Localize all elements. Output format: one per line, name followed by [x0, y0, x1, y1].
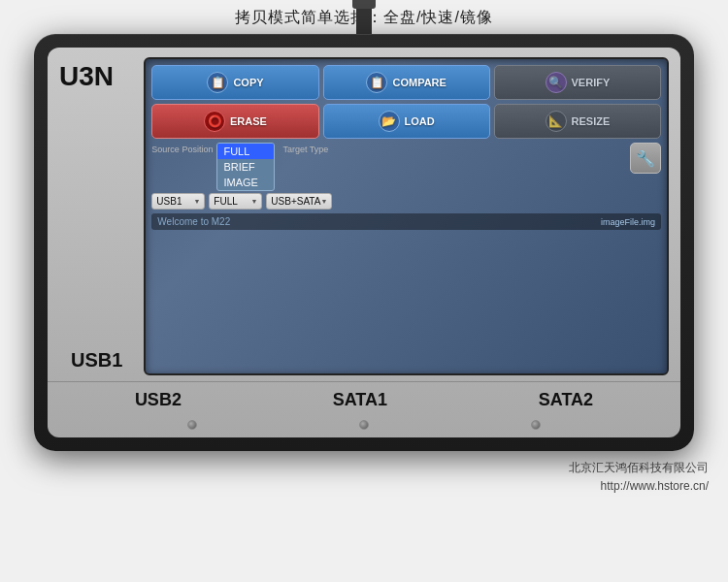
mode-image[interactable]: IMAGE — [217, 175, 274, 190]
sata1-label: SATA1 — [333, 390, 387, 410]
selects-row: USB1 FULL USB+SATA — [151, 193, 626, 210]
usb1-side-label: USB1 — [59, 349, 134, 375]
resize-icon: 📐 — [546, 111, 567, 132]
device-shell: U3N USB1 📋 COPY 📋 COMPARE — [34, 34, 694, 451]
copy-mode-list[interactable]: FULL BRIEF IMAGE — [216, 143, 275, 191]
mode-full[interactable]: FULL — [217, 144, 274, 159]
target-type-label: Target Type — [282, 143, 328, 154]
sata2-label: SATA2 — [539, 390, 593, 410]
website-url: http://www.hstore.cn/ — [0, 477, 709, 496]
bottom-screw-left — [187, 420, 197, 430]
copy-icon: 📋 — [207, 72, 228, 93]
bottom-caption: 北京汇天鸿佰科技有限公司 http://www.hstore.cn/ — [0, 451, 728, 500]
bottom-screw-right — [531, 420, 541, 430]
resize-label: RESIZE — [572, 115, 611, 127]
load-button[interactable]: 📂 LOAD — [323, 104, 490, 139]
verify-button[interactable]: 🔍 VERIFY — [494, 65, 661, 100]
bottom-port-labels: USB2 SATA1 SATA2 — [48, 381, 680, 420]
source-select[interactable]: USB1 — [151, 193, 205, 210]
settings-button[interactable]: 🔧 — [630, 143, 661, 174]
device-panel: U3N USB1 📋 COPY 📋 COMPARE — [48, 48, 680, 437]
copy-label: COPY — [233, 77, 263, 88]
source-position-label: Source Position — [151, 143, 213, 154]
options-row: Source Position FULL BRIEF IMAGE Target … — [151, 143, 661, 210]
status-bar: Welcome to M22 imageFile.img — [151, 213, 661, 230]
button-row-2: ⭕ ERASE 📂 LOAD 📐 RESIZE — [151, 104, 661, 139]
erase-button[interactable]: ⭕ ERASE — [151, 104, 318, 139]
bottom-screws-row — [48, 420, 680, 437]
bottom-screw-center — [359, 420, 369, 430]
image-file-text: imageFile.img — [601, 217, 655, 227]
usb2-label: USB2 — [135, 390, 182, 410]
verify-icon: 🔍 — [546, 72, 567, 93]
load-icon: 📂 — [379, 111, 400, 132]
lcd-screen: 📋 COPY 📋 COMPARE 🔍 VERIFY — [144, 57, 669, 375]
load-label: LOAD — [405, 115, 435, 127]
resize-button[interactable]: 📐 RESIZE — [494, 104, 661, 139]
verify-label: VERIFY — [572, 77, 611, 88]
mode-brief[interactable]: BRIEF — [217, 159, 274, 175]
compare-label: COMPARE — [392, 77, 446, 88]
compare-button[interactable]: 📋 COMPARE — [323, 65, 490, 100]
copymode-select[interactable]: FULL — [209, 193, 262, 210]
model-label: U3N — [59, 57, 134, 92]
erase-label: ERASE — [230, 115, 267, 127]
status-text: Welcome to M22 — [157, 216, 230, 227]
company-name: 北京汇天鸿佰科技有限公司 — [0, 459, 709, 477]
erase-icon: ⭕ — [204, 111, 225, 132]
copy-button[interactable]: 📋 COPY — [151, 65, 318, 100]
target-select[interactable]: USB+SATA — [266, 193, 332, 210]
button-row-1: 📋 COPY 📋 COMPARE 🔍 VERIFY — [151, 65, 661, 100]
compare-icon: 📋 — [366, 72, 387, 93]
